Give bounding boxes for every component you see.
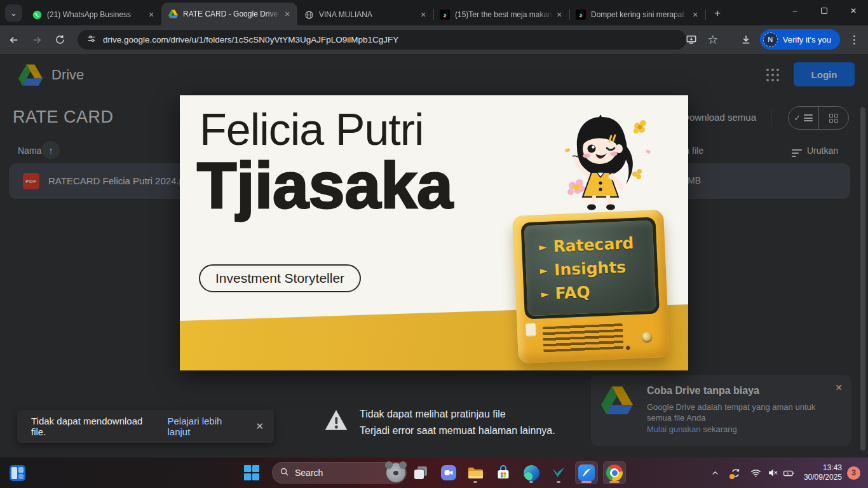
tiktok-icon: ♪ bbox=[576, 10, 586, 20]
downloads-icon[interactable] bbox=[738, 32, 754, 47]
site-settings-icon[interactable] bbox=[86, 34, 97, 46]
widgets-icon bbox=[10, 465, 25, 481]
taskbar-search[interactable]: Search bbox=[272, 462, 407, 484]
update-sync-icon[interactable] bbox=[728, 464, 744, 481]
tray-chevron-up-icon[interactable] bbox=[707, 464, 724, 481]
tv-menu-item-insights: ►Insights bbox=[539, 257, 635, 280]
teal-v-app-icon bbox=[551, 465, 566, 480]
microsoft-store-button[interactable] bbox=[492, 461, 515, 484]
notification-count-badge[interactable]: 3 bbox=[847, 466, 860, 480]
clock-time: 13:43 bbox=[804, 463, 842, 473]
search-icon bbox=[280, 467, 289, 478]
tab-title: RATE CARD - Google Drive bbox=[183, 10, 282, 18]
active-indicator bbox=[609, 481, 620, 483]
feather-wing-icon bbox=[578, 464, 595, 481]
preview-name-line1: Felicia Putri bbox=[200, 104, 424, 155]
chat-icon bbox=[441, 465, 456, 480]
drive-page: Drive Login RATE CARD Download semua ✓ N… bbox=[0, 54, 868, 458]
running-indicator bbox=[473, 481, 477, 483]
running-indicator bbox=[529, 481, 533, 483]
windows-logo-icon bbox=[244, 465, 259, 480]
verify-label: Verify it's you bbox=[783, 35, 831, 44]
active-indicator bbox=[581, 481, 592, 483]
preview-name-line2: Tjiasaka bbox=[197, 149, 453, 223]
chevron-down-icon: ⌄ bbox=[10, 8, 17, 18]
snackbar-close-icon[interactable]: ✕ bbox=[255, 421, 264, 432]
tab-vina-muliana[interactable]: VINA MULIANA ✕ bbox=[297, 4, 433, 25]
reload-button[interactable] bbox=[51, 31, 69, 49]
profile-avatar: N bbox=[763, 32, 778, 47]
tab-search-button[interactable]: ⌄ bbox=[5, 4, 22, 22]
browser-tab-strip: ⌄ (21) WhatsApp Business ✕ RATE CARD - G… bbox=[0, 0, 868, 25]
tab-tiktok-2[interactable]: ♪ Dompet kering sini merapat ✕ bbox=[569, 4, 705, 25]
window-close-button[interactable]: ✕ bbox=[839, 0, 868, 22]
tab-title: (15)Ter the best meja makan bbox=[455, 10, 554, 19]
forward-button[interactable] bbox=[28, 31, 46, 49]
drive-icon bbox=[168, 9, 178, 19]
tv-menu-item-faq: ►FAQ bbox=[541, 281, 636, 303]
tab-google-drive-active[interactable]: RATE CARD - Google Drive ✕ bbox=[161, 3, 297, 25]
teal-app-button[interactable] bbox=[547, 461, 570, 484]
edge-button[interactable] bbox=[520, 461, 543, 484]
window-minimize-button[interactable]: – bbox=[780, 0, 810, 22]
browser-toolbar: drive.google.com/drive/u/1/folders/1cScS… bbox=[0, 25, 868, 54]
tab-close-icon[interactable]: ✕ bbox=[146, 10, 156, 20]
chrome-icon bbox=[606, 464, 623, 481]
warning-icon bbox=[324, 409, 348, 431]
error-title: Tidak dapat melihat pratinjau file bbox=[360, 409, 555, 420]
whatsapp-icon bbox=[32, 10, 42, 20]
download-error-snackbar: Tidak dapat mendownload file. Pelajari l… bbox=[17, 410, 274, 443]
tab-whatsapp[interactable]: (21) WhatsApp Business ✕ bbox=[25, 4, 161, 25]
tab-tiktok-1[interactable]: ♪ (15)Ter the best meja makan ✕ bbox=[433, 4, 569, 25]
snackbar-message: Tidak dapat mendownload file. bbox=[31, 416, 151, 437]
verify-its-you-button[interactable]: N Verify it's you bbox=[760, 29, 840, 50]
windows-taskbar: Search bbox=[0, 458, 868, 488]
address-bar[interactable]: drive.google.com/drive/u/1/folders/1cScS… bbox=[78, 30, 686, 50]
bookmark-star-icon[interactable]: ☆ bbox=[705, 32, 721, 47]
tab-close-icon[interactable]: ✕ bbox=[418, 10, 428, 20]
preview-error-message: Tidak dapat melihat pratinjau file Terja… bbox=[324, 409, 555, 437]
globe-icon bbox=[304, 10, 314, 20]
maximize-icon bbox=[821, 8, 827, 14]
tv-speaker-grille bbox=[543, 323, 624, 352]
cartoon-girl-illustration bbox=[553, 112, 653, 217]
chrome-button[interactable] bbox=[603, 461, 626, 484]
task-view-button[interactable] bbox=[409, 461, 432, 484]
lightshot-button[interactable] bbox=[575, 461, 598, 484]
tab-title: VINA MULIANA bbox=[319, 10, 418, 19]
browser-menu-icon[interactable]: ⋮ bbox=[846, 32, 862, 47]
tv-menu: ►Ratecard ►Insights ►FAQ bbox=[539, 234, 637, 303]
menu-marker-icon: ► bbox=[539, 241, 547, 254]
menu-marker-icon: ► bbox=[541, 288, 549, 301]
menu-marker-icon: ► bbox=[539, 264, 548, 277]
notification-dot bbox=[729, 474, 735, 479]
screen: ⌄ (21) WhatsApp Business ✕ RATE CARD - G… bbox=[0, 0, 868, 488]
battery-charging-icon[interactable] bbox=[781, 464, 797, 481]
learn-more-link[interactable]: Pelajari lebih lanjut bbox=[167, 416, 241, 437]
install-app-icon[interactable] bbox=[684, 32, 699, 47]
back-button[interactable] bbox=[5, 31, 23, 49]
file-explorer-icon bbox=[467, 465, 484, 480]
clock-date: 30/09/2025 bbox=[804, 473, 842, 482]
tab-close-icon[interactable]: ✕ bbox=[690, 10, 700, 20]
taskbar-clock[interactable]: 13:43 30/09/2025 bbox=[804, 463, 842, 482]
window-maximize-button[interactable] bbox=[810, 0, 839, 22]
tab-title: (21) WhatsApp Business bbox=[47, 10, 146, 19]
search-highlight-koala-image bbox=[386, 463, 405, 482]
system-tray: 13:43 30/09/2025 3 bbox=[707, 458, 868, 488]
volume-muted-icon[interactable] bbox=[764, 464, 781, 481]
tab-close-icon[interactable]: ✕ bbox=[554, 10, 564, 20]
chat-button[interactable] bbox=[437, 461, 460, 484]
retro-tv-illustration: ►Ratecard ►Insights ►FAQ bbox=[512, 210, 670, 363]
widgets-button[interactable] bbox=[6, 461, 29, 484]
tab-title: Dompet kering sini merapat bbox=[591, 10, 690, 19]
tv-screen: ►Ratecard ►Insights ►FAQ bbox=[521, 217, 660, 319]
file-explorer-button[interactable] bbox=[464, 461, 487, 484]
file-preview-image: Felicia Putri Tjiasaka Investment Storyt… bbox=[180, 95, 688, 370]
new-tab-button[interactable]: + bbox=[709, 5, 726, 22]
running-indicator bbox=[557, 481, 560, 483]
wifi-icon[interactable] bbox=[748, 464, 764, 481]
tab-close-icon[interactable]: ✕ bbox=[282, 9, 292, 19]
start-button[interactable] bbox=[240, 461, 263, 484]
task-view-icon bbox=[414, 466, 428, 480]
